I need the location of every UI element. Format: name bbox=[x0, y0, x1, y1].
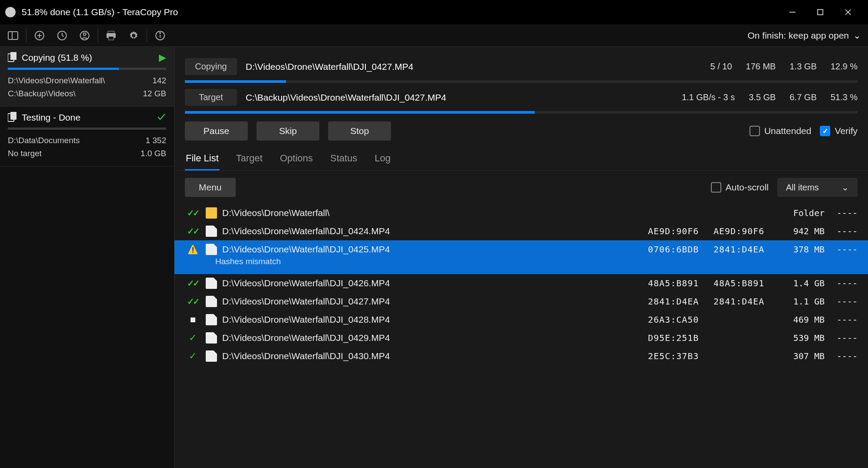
file-path: D:\Videos\Drone\Waterfall\DJI_0424.MP4 bbox=[222, 226, 645, 236]
file-error: Hashes mismatch bbox=[185, 257, 281, 271]
file-icon bbox=[206, 332, 217, 344]
copying-row: Copying D:\Videos\Drone\Waterfall\DJI_04… bbox=[185, 56, 858, 78]
file-hash-target: 2841:D4EA bbox=[713, 296, 776, 307]
file-row[interactable]: ⚠️ D:\Videos\Drone\Waterfall\DJI_0425.MP… bbox=[174, 240, 868, 259]
file-hash-source: D95E:251B bbox=[648, 333, 711, 343]
user-icon[interactable] bbox=[79, 29, 91, 42]
tab-target[interactable]: Target bbox=[235, 149, 263, 170]
titlebar[interactable]: 51.8% done (1.1 GB/s) - TeraCopy Pro bbox=[0, 0, 868, 24]
tab-log[interactable]: Log bbox=[374, 149, 391, 170]
file-row[interactable]: ✓✓ D:\Videos\Drone\Waterfall\DJI_0427.MP… bbox=[174, 292, 868, 311]
target-progress bbox=[185, 111, 858, 114]
file-ext: ---- bbox=[827, 226, 858, 236]
file-row[interactable]: ✓✓ D:\Videos\Drone\Waterfall\DJI_0426.MP… bbox=[174, 274, 868, 292]
job-progress bbox=[8, 128, 166, 130]
job-target: C:\Backup\Videos\ bbox=[8, 87, 76, 100]
sidebar-job[interactable]: Testing - Done D:\Data\Documents1 352 No… bbox=[0, 107, 174, 167]
file-path: D:\Videos\Drone\Waterfall\DJI_0429.MP4 bbox=[222, 333, 645, 343]
stat-count: 5 / 10 bbox=[710, 62, 732, 72]
file-size: 307 MB bbox=[779, 351, 825, 361]
verify-checkbox[interactable]: Verify bbox=[820, 126, 858, 136]
svg-point-17 bbox=[132, 34, 135, 37]
file-hash-source: 2E5C:37B3 bbox=[648, 351, 711, 361]
copying-progress bbox=[185, 80, 858, 83]
file-row[interactable]: ✓✓ D:\Videos\Drone\Waterfall\ Folder ---… bbox=[174, 204, 868, 222]
file-icon bbox=[206, 278, 217, 289]
file-row[interactable]: D:\Videos\Drone\Waterfall\DJI_0428.MP4 2… bbox=[174, 311, 868, 329]
target-stats: 1.1 GB/s - 3 s 3.5 GB 6.7 GB 51.3 % bbox=[682, 92, 858, 102]
print-icon[interactable] bbox=[105, 29, 117, 42]
file-hash-source: 2841:D4EA bbox=[648, 296, 711, 307]
check-icon bbox=[157, 112, 166, 123]
on-finish-dropdown[interactable]: On finish: keep app open ⌄ bbox=[747, 30, 861, 41]
verify-label: Verify bbox=[835, 126, 858, 136]
sidebar-job[interactable]: Copying (51.8 %)▶ D:\Videos\Drone\Waterf… bbox=[0, 47, 174, 107]
add-icon[interactable] bbox=[33, 29, 46, 42]
file-row[interactable]: ✓✓ D:\Videos\Drone\Waterfall\DJI_0424.MP… bbox=[174, 222, 868, 240]
file-path: D:\Videos\Drone\Waterfall\DJI_0426.MP4 bbox=[222, 278, 645, 288]
stat-current: 176 MB bbox=[746, 62, 776, 72]
autoscroll-checkbox[interactable]: Auto-scroll bbox=[711, 182, 769, 193]
list-toolbar: Menu Auto-scroll All items⌄ bbox=[174, 171, 868, 204]
panel-icon[interactable] bbox=[7, 29, 19, 42]
svg-rect-16 bbox=[108, 36, 114, 40]
unattended-checkbox[interactable]: Unattended bbox=[750, 126, 812, 136]
stat-percent: 12.9 % bbox=[831, 62, 858, 72]
gear-icon[interactable] bbox=[128, 29, 140, 42]
tab-status[interactable]: Status bbox=[329, 149, 358, 170]
job-source: D:\Videos\Drone\Waterfall\ bbox=[8, 74, 105, 87]
play-icon: ▶ bbox=[159, 52, 166, 63]
clock-icon[interactable] bbox=[56, 29, 68, 42]
file-size: 378 MB bbox=[779, 244, 825, 255]
minimize-button[interactable] bbox=[786, 6, 799, 18]
file-path: D:\Videos\Drone\Waterfall\DJI_0430.MP4 bbox=[222, 351, 645, 361]
target-path: C:\Backup\Videos\Drone\Waterfall\DJI_042… bbox=[246, 92, 673, 103]
window-controls bbox=[786, 6, 863, 18]
window-title: 51.8% done (1.1 GB/s) - TeraCopy Pro bbox=[22, 7, 786, 17]
stop-button[interactable]: Stop bbox=[328, 121, 391, 141]
close-button[interactable] bbox=[842, 6, 854, 18]
file-hash-source: AE9D:90F6 bbox=[648, 226, 711, 236]
chevron-down-icon: ⌄ bbox=[842, 182, 849, 193]
actions-row: Pause Skip Stop Unattended Verify bbox=[174, 117, 868, 145]
svg-rect-4 bbox=[8, 32, 18, 39]
file-row[interactable]: ✓ D:\Videos\Drone\Waterfall\DJI_0430.MP4… bbox=[174, 347, 868, 365]
content: Copying D:\Videos\Drone\Waterfall\DJI_04… bbox=[174, 47, 868, 468]
stat-done: 3.5 GB bbox=[749, 92, 776, 102]
job-size: 12 GB bbox=[143, 87, 166, 100]
job-target: No target bbox=[8, 147, 42, 160]
file-size: 539 MB bbox=[779, 333, 825, 343]
svg-rect-24 bbox=[10, 112, 16, 120]
file-ext: ---- bbox=[827, 244, 858, 255]
job-progress bbox=[8, 68, 166, 70]
check-icon: ✓ bbox=[189, 350, 197, 362]
filter-select[interactable]: All items⌄ bbox=[777, 178, 858, 197]
pause-button[interactable]: Pause bbox=[185, 121, 248, 141]
menu-button[interactable]: Menu bbox=[185, 178, 236, 197]
job-source: D:\Data\Documents bbox=[8, 134, 80, 147]
job-count: 1 352 bbox=[145, 134, 166, 147]
separator bbox=[26, 29, 26, 43]
separator bbox=[147, 29, 147, 43]
svg-point-13 bbox=[83, 33, 86, 36]
double-check-icon: ✓✓ bbox=[187, 296, 198, 307]
file-row[interactable]: ✓ D:\Videos\Drone\Waterfall\DJI_0429.MP4… bbox=[174, 329, 868, 347]
copy-icon bbox=[8, 112, 17, 123]
file-icon bbox=[206, 314, 217, 325]
stop-icon bbox=[191, 317, 195, 322]
file-size: 1.4 GB bbox=[779, 278, 825, 288]
info-icon[interactable] bbox=[154, 29, 166, 42]
file-ext: ---- bbox=[827, 333, 858, 343]
file-ext: ---- bbox=[827, 351, 858, 361]
tab-options[interactable]: Options bbox=[279, 149, 314, 170]
file-hash-source: 0706:6BDB bbox=[648, 244, 711, 255]
unattended-label: Unattended bbox=[764, 126, 812, 136]
stat-speed: 1.1 GB/s - 3 s bbox=[682, 92, 735, 102]
skip-button[interactable]: Skip bbox=[256, 121, 319, 141]
file-path: D:\Videos\Drone\Waterfall\DJI_0427.MP4 bbox=[222, 296, 645, 307]
file-path: D:\Videos\Drone\Waterfall\DJI_0425.MP4 bbox=[222, 244, 645, 255]
tab-file-list[interactable]: File List bbox=[185, 149, 220, 170]
chevron-down-icon: ⌄ bbox=[853, 30, 861, 41]
stat-total: 6.7 GB bbox=[789, 92, 816, 102]
maximize-button[interactable] bbox=[814, 6, 826, 18]
